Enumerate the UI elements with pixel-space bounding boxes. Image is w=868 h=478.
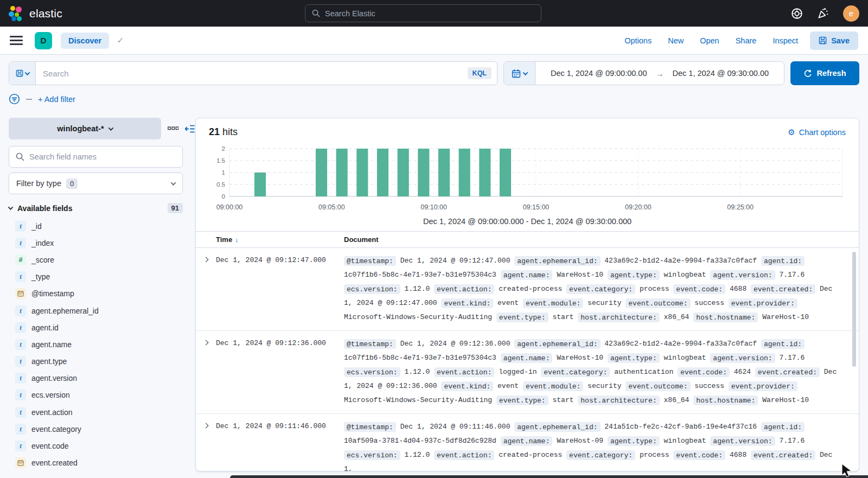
field-badge: agent.ephemeral_id: [514, 256, 600, 266]
expand-row-button[interactable] [196, 337, 216, 407]
table-row[interactable]: Dec 1, 2024 @ 09:11:46.000@timestamp: De… [196, 414, 859, 471]
app-navbar: D Discover ✓ Options New Open Share Insp… [0, 27, 868, 55]
number-field-icon: # [15, 254, 26, 265]
field-badge: event.code: [673, 450, 725, 460]
bottom-bar [230, 475, 868, 478]
field-badge: ecs.version: [344, 450, 400, 460]
field-name: event.category [31, 425, 81, 434]
refresh-button[interactable]: Refresh [790, 61, 859, 85]
index-pattern-selector[interactable]: winlogbeat-* [9, 118, 161, 139]
field-badge: event.category: [566, 284, 635, 294]
page-content: Search KQL Dec 1, 2024 @ 09:00:00.00 → D… [0, 55, 868, 478]
scrollbar-thumb[interactable] [852, 252, 856, 367]
svg-text:1: 1 [222, 169, 225, 176]
add-filter-button[interactable]: + Add filter [38, 95, 75, 104]
field-badge: event.outcome: [626, 298, 690, 308]
available-fields-toggle[interactable]: Available fields 91 [9, 203, 183, 213]
field-item[interactable]: tagent.type [9, 353, 195, 370]
menu-icon[interactable] [10, 36, 23, 45]
field-item[interactable]: tevent.action [9, 404, 195, 420]
chart-options-button[interactable]: ⚙ Chart options [788, 128, 846, 137]
column-header-document[interactable]: Document [341, 235, 379, 244]
field-settings-icon[interactable] [168, 126, 179, 131]
filter-by-type-select[interactable]: Filter by type 0 [9, 173, 183, 194]
field-item[interactable]: tagent.version [9, 370, 195, 387]
table-row[interactable]: Dec 1, 2024 @ 09:12:36.000@timestamp: De… [196, 331, 859, 414]
chevron-down-icon [24, 70, 30, 75]
global-search-input[interactable]: Search Elastic [305, 4, 541, 22]
filter-settings-icon[interactable] [9, 93, 20, 105]
field-list: t_idt_index#_scoret_type@timestamptagent… [9, 218, 195, 471]
date-quick-select-button[interactable] [504, 62, 535, 85]
field-item[interactable]: tevent.code [9, 437, 195, 454]
field-item[interactable]: event.created [9, 455, 195, 471]
field-item[interactable]: tecs.version [9, 387, 195, 404]
global-header: elastic Search Elastic e [0, 0, 868, 27]
kql-language-button[interactable]: KQL [468, 67, 492, 79]
field-badge: event.module: [523, 381, 583, 391]
collapse-sidebar-icon[interactable] [185, 124, 195, 133]
histogram-chart[interactable]: 00.511.5209:00:0009:05:0009:10:0009:15:0… [196, 140, 859, 216]
field-item[interactable]: tagent.ephemeral_id [9, 302, 195, 319]
open-button[interactable]: Open [700, 36, 719, 45]
newsfeed-icon[interactable] [817, 8, 829, 20]
field-item[interactable]: t_index [9, 234, 195, 251]
elastic-logo-icon[interactable] [9, 6, 24, 21]
string-field-icon: t [15, 238, 26, 248]
svg-text:09:00:00: 09:00:00 [216, 203, 243, 211]
field-search-input[interactable]: Search field names [9, 146, 183, 168]
field-name: _type [31, 272, 50, 281]
field-badge: agent.version: [710, 353, 775, 363]
field-badge: host.architecture: [578, 396, 659, 405]
column-header-time[interactable]: Time ↓ [216, 235, 341, 244]
date-to-input[interactable]: Dec 1, 2024 @ 09:30:00.00 [673, 69, 769, 78]
gear-icon: ⚙ [788, 128, 795, 137]
help-icon[interactable] [791, 8, 803, 20]
field-item[interactable]: #_score [9, 251, 195, 268]
date-from-input[interactable]: Dec 1, 2024 @ 09:00:00.00 [551, 69, 647, 78]
string-field-icon: t [15, 407, 26, 418]
field-name: agent.version [31, 374, 77, 383]
field-item[interactable]: t_type [9, 269, 195, 285]
field-badge: event.created: [755, 367, 820, 377]
field-item[interactable]: tevent.category [9, 420, 195, 437]
expand-row-button[interactable] [196, 420, 216, 471]
field-badge: agent.version: [710, 436, 775, 446]
chevron-down-icon [8, 205, 14, 210]
date-field-icon [15, 457, 26, 468]
options-button[interactable]: Options [624, 36, 652, 45]
field-badge: host.hostname: [693, 396, 758, 405]
expand-row-button[interactable] [196, 254, 216, 324]
user-avatar[interactable]: e [843, 5, 859, 22]
histogram: 00.511.5209:00:0009:05:0009:10:0009:15:0… [209, 142, 846, 214]
field-item[interactable]: @timestamp [9, 285, 195, 302]
table-row[interactable]: Dec 1, 2024 @ 09:12:47.000@timestamp: De… [196, 248, 859, 331]
field-badge: event.created: [751, 284, 815, 294]
field-name: agent.name [31, 340, 72, 349]
chevron-right-icon [203, 257, 209, 263]
chevron-right-icon [203, 423, 209, 429]
save-button[interactable]: Save [810, 31, 858, 50]
saved-query-menu-button[interactable] [9, 62, 36, 85]
check-icon: ✓ [117, 35, 124, 46]
share-button[interactable]: Share [736, 36, 757, 45]
query-search-input[interactable]: Search [36, 69, 69, 78]
new-button[interactable]: New [668, 36, 684, 45]
breadcrumb[interactable]: Discover [61, 33, 109, 49]
refresh-icon [804, 69, 812, 78]
field-badge: event.category: [566, 450, 635, 460]
svg-text:09:10:00: 09:10:00 [420, 203, 447, 211]
field-badge: @timestamp: [344, 422, 396, 432]
field-item[interactable]: t_id [9, 218, 195, 234]
space-avatar[interactable]: D [35, 32, 52, 49]
svg-text:09:15:00: 09:15:00 [523, 203, 550, 211]
field-name: event.code [31, 442, 69, 450]
field-item[interactable]: tagent.id [9, 319, 195, 336]
field-badge: agent.name: [501, 436, 553, 446]
field-badge: event.category: [541, 367, 610, 377]
svg-text:0: 0 [222, 193, 225, 200]
row-document: @timestamp: Dec 1, 2024 @ 09:12:36.000 a… [341, 337, 849, 407]
inspect-button[interactable]: Inspect [773, 36, 798, 45]
chart-time-range-label: Dec 1, 2024 @ 09:00:00.000 - Dec 1, 2024… [196, 216, 859, 231]
field-item[interactable]: tagent.name [9, 336, 195, 353]
